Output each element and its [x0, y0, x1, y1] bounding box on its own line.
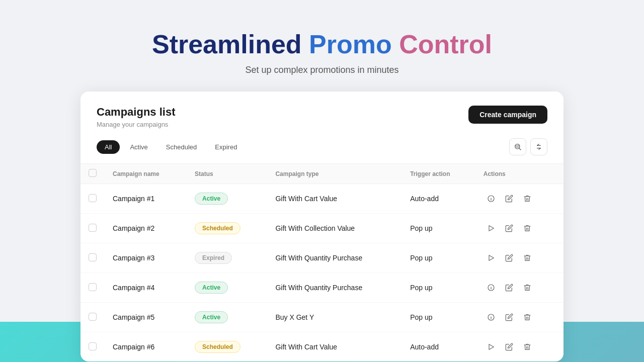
trigger-action-cell: Pop up [402, 243, 475, 273]
table-row: Campaign #5ActiveBuy X Get YPop up [80, 303, 564, 332]
row-checkbox[interactable] [89, 224, 97, 232]
play-icon [487, 224, 495, 232]
play-icon [487, 254, 495, 262]
edit-button[interactable] [502, 221, 517, 236]
table-row: Campaign #1ActiveGift With Cart ValueAut… [80, 184, 564, 214]
filter-tab-expired[interactable]: Expired [207, 140, 245, 154]
svg-point-15 [491, 286, 491, 287]
delete-button[interactable] [520, 310, 535, 325]
info-icon [487, 195, 495, 203]
row-checkbox[interactable] [89, 313, 97, 321]
trigger-action-cell: Pop up [402, 303, 475, 332]
filter-tab-all[interactable]: All [97, 140, 120, 154]
play-button[interactable] [484, 221, 499, 236]
delete-button[interactable] [520, 280, 535, 295]
trash-icon [523, 313, 531, 321]
edit-button[interactable] [502, 310, 517, 325]
edit-button[interactable] [502, 280, 517, 295]
play-button[interactable] [484, 339, 499, 354]
sort-button[interactable] [530, 138, 547, 155]
create-campaign-button[interactable]: Create campaign [468, 106, 547, 124]
trash-icon [523, 343, 531, 351]
edit-icon [505, 195, 513, 203]
campaign-type-cell: Gift With Cart Value [267, 332, 402, 362]
header-campaign-type: Campaign type [267, 164, 402, 184]
campaign-name-cell: Campaign #2 [105, 214, 187, 243]
header-checkbox [80, 164, 105, 184]
campaign-name-cell: Campaign #1 [105, 184, 187, 214]
trash-icon [523, 224, 531, 232]
filter-actions [509, 138, 547, 155]
campaign-name-cell: Campaign #6 [105, 332, 187, 362]
select-all-checkbox[interactable] [89, 169, 97, 177]
edit-button[interactable] [502, 339, 517, 354]
status-badge: Active [195, 311, 228, 323]
info-button[interactable] [484, 310, 499, 325]
title-promo: Promo [309, 30, 392, 59]
delete-button[interactable] [520, 221, 535, 236]
actions-cell [475, 184, 564, 214]
trash-icon [523, 284, 531, 292]
card-subtitle: Manage your campaigns [97, 121, 175, 128]
campaigns-table: Campaign name Status Campaign type Trigg… [80, 163, 564, 361]
actions-cell [475, 303, 564, 332]
status-cell: Scheduled [187, 332, 267, 362]
svg-marker-12 [489, 255, 494, 261]
row-checkbox-cell [80, 303, 105, 332]
card-header: Campaigns list Manage your campaigns Cre… [80, 92, 564, 138]
edit-button[interactable] [502, 191, 517, 206]
campaign-type-cell: Gift With Collection Value [267, 214, 402, 243]
edit-button[interactable] [502, 250, 517, 265]
campaign-type-cell: Gift With Quantity Purchase [267, 243, 402, 273]
info-icon [487, 284, 495, 292]
row-checkbox[interactable] [89, 194, 97, 202]
filter-tab-scheduled[interactable]: Scheduled [158, 140, 205, 154]
header-trigger-action: Trigger action [402, 164, 475, 184]
search-filter-icon [514, 143, 522, 151]
edit-icon [505, 284, 513, 292]
filter-tab-active[interactable]: Active [122, 140, 155, 154]
trigger-action-cell: Auto-add [402, 184, 475, 214]
campaign-name-cell: Campaign #4 [105, 273, 187, 303]
status-badge: Active [195, 282, 228, 294]
table-row: Campaign #3ExpiredGift With Quantity Pur… [80, 243, 564, 273]
svg-point-18 [491, 316, 491, 316]
campaign-name-cell: Campaign #5 [105, 303, 187, 332]
card-title: Campaigns list [97, 106, 175, 119]
play-button[interactable] [484, 250, 499, 265]
play-icon [487, 343, 495, 351]
info-button[interactable] [484, 191, 499, 206]
trash-icon [523, 195, 531, 203]
actions-cell [475, 332, 564, 362]
campaign-type-cell: Buy X Get Y [267, 303, 402, 332]
table-body: Campaign #1ActiveGift With Cart ValueAut… [80, 184, 564, 362]
info-icon [487, 313, 495, 321]
edit-icon [505, 224, 513, 232]
delete-button[interactable] [520, 250, 535, 265]
delete-button[interactable] [520, 191, 535, 206]
campaigns-card: Campaigns list Manage your campaigns Cre… [80, 92, 564, 361]
status-badge: Active [195, 193, 228, 205]
row-checkbox[interactable] [89, 283, 97, 291]
campaign-name-cell: Campaign #3 [105, 243, 187, 273]
trash-icon [523, 254, 531, 262]
info-button[interactable] [484, 280, 499, 295]
delete-button[interactable] [520, 339, 535, 354]
header-status: Status [187, 164, 267, 184]
edit-icon [505, 313, 513, 321]
card-title-section: Campaigns list Manage your campaigns [97, 106, 175, 128]
edit-icon [505, 343, 513, 351]
svg-point-10 [491, 197, 491, 198]
status-cell: Active [187, 303, 267, 332]
header-campaign-name: Campaign name [105, 164, 187, 184]
svg-marker-11 [489, 226, 494, 231]
table-header: Campaign name Status Campaign type Trigg… [80, 164, 564, 184]
row-checkbox[interactable] [89, 342, 97, 350]
svg-marker-19 [489, 344, 494, 350]
search-filter-button[interactable] [509, 138, 526, 155]
row-checkbox[interactable] [89, 253, 97, 261]
status-badge: Scheduled [195, 341, 240, 353]
status-cell: Scheduled [187, 214, 267, 243]
filters-row: All Active Scheduled Expired [80, 138, 564, 163]
row-checkbox-cell [80, 273, 105, 303]
